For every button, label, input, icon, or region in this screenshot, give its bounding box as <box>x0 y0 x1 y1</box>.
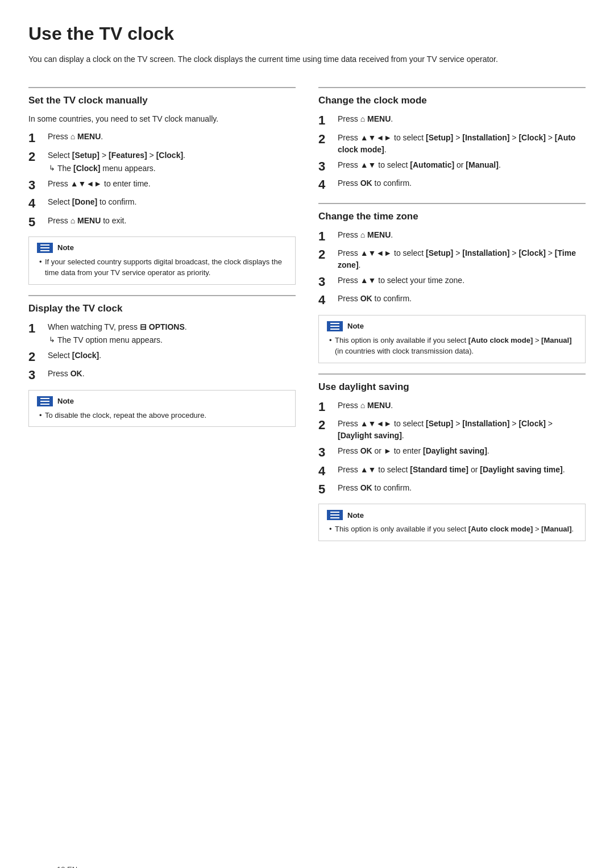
step-4: 4 Select [Done] to confirm. <box>28 196 296 211</box>
step-5: 5 Press ⌂ MENU to exit. <box>28 215 296 230</box>
display-step-1: 1 When watching TV, press ⊟ OPTIONS. ↳ T… <box>28 321 296 346</box>
section-set-clock-title: Set the TV clock manually <box>28 95 296 106</box>
note-label-4: Note <box>347 511 364 520</box>
section-clock-mode-title: Change the clock mode <box>318 95 586 106</box>
ds-step-2: 2 Press ▲▼◄► to select [Setup] > [Instal… <box>318 418 586 442</box>
right-column: Change the clock mode 1 Press ⌂ MENU. 2 … <box>318 77 586 549</box>
tz-step-2: 2 Press ▲▼◄► to select [Setup] > [Instal… <box>318 247 586 271</box>
divider-clock-mode <box>318 87 586 88</box>
section-set-clock-intro: In some countries, you need to set TV cl… <box>28 113 296 125</box>
divider-daylight <box>318 373 586 375</box>
display-step1-sub: ↳ The TV option menu appears. <box>49 334 296 346</box>
note-text-2: To disable the clock, repeat the above p… <box>37 410 287 421</box>
ds-step-3: 3 Press OK or ► to enter [Daylight savin… <box>318 445 586 460</box>
note-text-1: If your selected country supports digita… <box>37 256 287 279</box>
cm-step-2: 2 Press ▲▼◄► to select [Setup] > [Instal… <box>318 132 586 156</box>
display-step-2: 2 Select [Clock]. <box>28 350 296 364</box>
tz-step-4: 4 Press OK to confirm. <box>318 293 586 308</box>
set-clock-steps: 1 Press ⌂ MENU. 2 Select [Setup] > [Feat… <box>28 131 296 230</box>
daylight-steps: 1 Press ⌂ MENU. 2 Press ▲▼◄► to select [… <box>318 400 586 497</box>
note-label-3: Note <box>347 322 364 330</box>
cm-step-4: 4 Press OK to confirm. <box>318 177 586 192</box>
step2-bold: [Setup] <box>72 151 99 160</box>
divider-set-clock <box>28 87 296 88</box>
set-clock-note: Note If your selected country supports d… <box>28 236 296 285</box>
note-text-3: This option is only available if you sel… <box>327 335 577 357</box>
display-step-3: 3 Press OK. <box>28 368 296 383</box>
tz-step-3: 3 Press ▲▼ to select your time zone. <box>318 275 586 289</box>
step2-bold2: [Features] <box>109 151 147 160</box>
page-layout: Set the TV clock manually In some countr… <box>28 77 586 549</box>
cm-step-1: 1 Press ⌂ MENU. <box>318 113 586 128</box>
note-icon-2 <box>37 396 53 406</box>
note-header-1: Note <box>37 243 287 253</box>
note-label-1: Note <box>57 243 74 252</box>
section-time-zone-title: Change the time zone <box>318 211 586 222</box>
step-3: 3 Press ▲▼◄► to enter time. <box>28 178 296 193</box>
time-zone-steps: 1 Press ⌂ MENU. 2 Press ▲▼◄► to select [… <box>318 229 586 308</box>
time-zone-note: Note This option is only available if yo… <box>318 315 586 363</box>
step-2: 2 Select [Setup] > [Features] > [Clock].… <box>28 149 296 175</box>
divider-time-zone <box>318 203 586 204</box>
note-text-4: This option is only available if you sel… <box>327 524 577 535</box>
note-header-4: Note <box>327 510 577 520</box>
section-display-clock-title: Display the TV clock <box>28 303 296 314</box>
step-1: 1 Press ⌂ MENU. <box>28 131 296 146</box>
display-clock-note: Note To disable the clock, repeat the ab… <box>28 390 296 427</box>
ds-step-5: 5 Press OK to confirm. <box>318 482 586 497</box>
tz-step-1: 1 Press ⌂ MENU. <box>318 229 586 244</box>
note-header-3: Note <box>327 321 577 331</box>
step2-bold3: [Clock] <box>156 151 183 160</box>
page-wrapper: Use the TV clock You can display a clock… <box>28 23 586 868</box>
note-icon-1 <box>37 243 53 253</box>
note-label-2: Note <box>57 397 74 405</box>
menu-bold-1: ⌂ MENU <box>70 132 101 141</box>
page-footer: 18 EN <box>57 865 77 868</box>
intro-text: You can display a clock on the TV screen… <box>28 53 586 65</box>
display-clock-steps: 1 When watching TV, press ⊟ OPTIONS. ↳ T… <box>28 321 296 383</box>
arrow-icon-2: ↳ <box>49 334 55 346</box>
step2-sub: ↳ The [Clock] menu appears. <box>49 163 296 175</box>
left-column: Set the TV clock manually In some countr… <box>28 77 296 549</box>
ds-step-4: 4 Press ▲▼ to select [Standard time] or … <box>318 464 586 479</box>
note-icon-4 <box>327 510 343 520</box>
ds-step-1: 1 Press ⌂ MENU. <box>318 400 586 414</box>
clock-mode-steps: 1 Press ⌂ MENU. 2 Press ▲▼◄► to select [… <box>318 113 586 192</box>
divider-display-clock <box>28 295 296 296</box>
main-title: Use the TV clock <box>28 23 586 44</box>
section-daylight-title: Use daylight saving <box>318 381 586 393</box>
arrow-icon: ↳ <box>49 163 55 174</box>
cm-step-3: 3 Press ▲▼ to select [Automatic] or [Man… <box>318 159 586 174</box>
daylight-note: Note This option is only available if yo… <box>318 504 586 541</box>
note-header-2: Note <box>37 396 287 406</box>
note-icon-3 <box>327 321 343 331</box>
